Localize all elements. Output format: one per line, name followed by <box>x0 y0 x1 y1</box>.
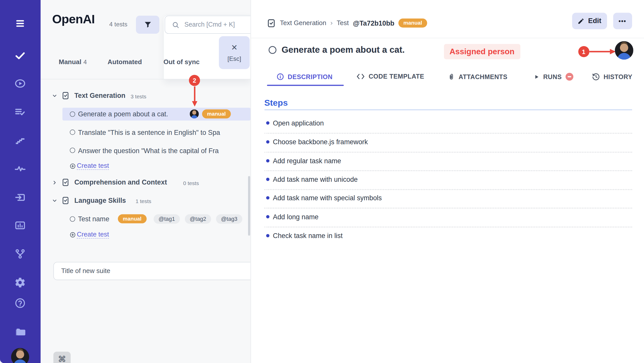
breadcrumb-separator: › <box>330 19 333 27</box>
test-status-icon <box>268 46 276 54</box>
test-name[interactable]: Answer the question "What is the capital… <box>78 147 250 155</box>
step-item[interactable]: Add long name <box>273 213 318 221</box>
breadcrumb-test-label: Test <box>337 19 349 27</box>
play-circle-icon[interactable] <box>14 78 26 89</box>
search-input[interactable] <box>184 21 250 29</box>
tabs-divider <box>41 79 250 80</box>
menu-icon[interactable] <box>14 18 26 29</box>
step-item[interactable]: Open application <box>273 119 324 127</box>
sidebar <box>0 0 41 363</box>
edit-button[interactable]: Edit <box>572 13 607 29</box>
tab-history[interactable]: HISTORY <box>592 73 632 81</box>
manual-badge: manual <box>398 19 427 28</box>
create-test-link[interactable]: Create test <box>77 162 109 170</box>
step-separator <box>264 227 632 227</box>
tab-description[interactable]: DESCRIPTION <box>276 73 333 81</box>
project-tests-count: 4 tests <box>109 21 128 28</box>
test-name[interactable]: Translate "This is a sentence in English… <box>78 129 250 137</box>
assignee-avatar-small[interactable] <box>190 110 199 119</box>
step-bullet <box>266 121 269 125</box>
annotation-marker-2: 2 <box>189 75 200 86</box>
assignee-avatar[interactable] <box>615 41 633 60</box>
cmd-key-chip[interactable]: ⌘ <box>53 352 71 363</box>
breadcrumb-test-id: @Ta72b10bb <box>353 19 394 27</box>
tests-check-icon[interactable] <box>14 50 26 61</box>
branch-icon[interactable] <box>14 248 26 259</box>
sign-in-icon[interactable] <box>14 192 26 203</box>
close-search-button[interactable]: ✕ [Esc] <box>219 36 250 69</box>
tag-pill[interactable]: @tag3 <box>216 214 242 224</box>
suite-title[interactable]: Text Generation <box>74 92 126 100</box>
folder-icon[interactable] <box>14 325 26 337</box>
step-item[interactable]: Add task name with special symbols <box>273 194 382 202</box>
step-bullet <box>266 178 269 181</box>
chevron-down-icon[interactable] <box>52 93 57 99</box>
chevron-down-icon[interactable] <box>52 198 57 204</box>
code-icon <box>356 73 365 80</box>
annotation-arrow-down-icon <box>191 86 199 107</box>
app-root: OpenAI 4 tests ✕ [Esc] Manual4 Automated… <box>0 0 644 363</box>
funnel-icon <box>144 21 152 29</box>
tab-code-template[interactable]: CODE TEMPLATE <box>356 73 424 80</box>
tab-runs[interactable]: RUNS <box>533 73 573 81</box>
step-bullet <box>266 234 269 237</box>
tab-manual[interactable]: Manual4 <box>59 58 87 66</box>
new-suite-input[interactable] <box>53 262 250 280</box>
active-tab-indicator <box>267 85 344 86</box>
tab-manual-count: 4 <box>84 58 87 65</box>
test-title-row: Generate a poem about a cat. <box>268 43 405 57</box>
suite-title[interactable]: Language Skills <box>74 197 126 205</box>
chevron-right-icon[interactable] <box>52 180 57 186</box>
info-icon <box>276 73 284 81</box>
tag-pill[interactable]: @tag2 <box>185 214 211 224</box>
pencil-icon <box>577 17 585 25</box>
step-separator <box>264 133 632 134</box>
step-item[interactable]: Choose backbone.js framework <box>273 138 368 146</box>
suite-doc-icon <box>61 196 70 205</box>
tab-automated[interactable]: Automated <box>108 58 142 66</box>
test-name[interactable]: Test name <box>78 215 109 223</box>
step-item[interactable]: Add regular task name <box>273 157 341 165</box>
pulse-icon[interactable] <box>14 163 26 174</box>
test-status-icon <box>70 112 75 117</box>
test-detail-panel: Text Generation › Test @Ta72b10bb manual… <box>250 0 644 363</box>
bar-chart-icon[interactable] <box>14 220 26 231</box>
scrollbar-thumb[interactable] <box>248 176 250 235</box>
stairs-icon[interactable] <box>14 135 26 146</box>
ellipsis-icon: ••• <box>619 17 626 25</box>
suite-doc-icon <box>266 18 276 28</box>
esc-key-hint: [Esc] <box>228 55 241 62</box>
manual-badge: manual <box>118 214 147 223</box>
annotation-arrow-right-icon <box>589 47 616 56</box>
search-input-wrap[interactable] <box>165 16 250 34</box>
help-icon[interactable] <box>14 297 26 309</box>
step-separator <box>264 170 632 171</box>
tab-out-of-sync[interactable]: Out of sync <box>164 58 200 66</box>
tag-pill[interactable]: @tag1 <box>154 214 180 224</box>
create-test-link[interactable]: Create test <box>77 231 109 239</box>
tab-attachments[interactable]: ATTACHMENTS <box>448 73 508 81</box>
paperclip-icon <box>448 73 455 81</box>
test-name[interactable]: Generate a poem about a cat. <box>78 110 168 118</box>
tests-panel: OpenAI 4 tests ✕ [Esc] Manual4 Automated… <box>41 0 250 363</box>
more-options-button[interactable]: ••• <box>613 13 632 29</box>
step-item[interactable]: Check task name in list <box>273 232 343 240</box>
manual-badge: manual <box>202 110 231 119</box>
step-item[interactable]: Add task name with unicode <box>273 176 358 184</box>
step-separator <box>264 152 632 153</box>
test-status-icon <box>70 148 75 153</box>
breadcrumb-section[interactable]: Text Generation <box>280 19 326 27</box>
filter-button[interactable] <box>136 16 159 34</box>
suite-title[interactable]: Comprehension and Context <box>74 178 167 186</box>
test-status-icon <box>70 216 75 222</box>
step-separator <box>264 189 632 190</box>
plus-circle-icon <box>69 231 76 238</box>
suite-count: 1 tests <box>135 198 151 204</box>
annotation-assigned-person: Assigned person <box>444 44 520 59</box>
plus-circle-icon <box>69 163 76 169</box>
sidebar-user-avatar[interactable] <box>11 348 29 363</box>
list-check-icon[interactable] <box>14 106 26 118</box>
history-icon <box>592 73 600 81</box>
gear-icon[interactable] <box>14 277 26 288</box>
suite-doc-icon <box>61 91 70 100</box>
